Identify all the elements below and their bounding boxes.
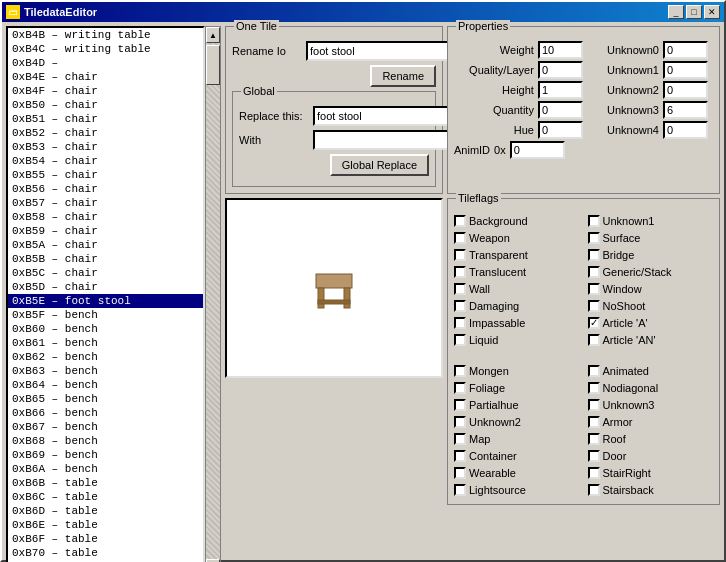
flag-checkbox-impassable[interactable] [454,317,466,329]
flag-checkbox-mongen[interactable] [454,365,466,377]
unknown1-input[interactable] [663,61,708,79]
with-input[interactable] [313,130,459,150]
tile-preview [312,262,356,314]
scroll-thumb[interactable] [206,45,220,85]
tile-list[interactable]: 0xB4B – writing table0xB4C – writing tab… [6,26,205,562]
unknown0-input[interactable] [663,41,708,59]
list-item[interactable]: 0xB53 – chair [8,140,203,154]
list-item[interactable]: 0xB5C – chair [8,266,203,280]
flag-checkbox-surface[interactable] [588,232,600,244]
list-item[interactable]: 0xB4D – [8,56,203,70]
flag-checkbox-translucent[interactable] [454,266,466,278]
flag-checkbox-door[interactable] [588,450,600,462]
list-item[interactable]: 0xB6B – table [8,476,203,490]
list-item[interactable]: 0xB4E – chair [8,70,203,84]
flag-checkbox-background[interactable] [454,215,466,227]
list-item[interactable]: 0xB52 – chair [8,126,203,140]
list-item[interactable]: 0xB63 – bench [8,364,203,378]
list-item[interactable]: 0xB60 – bench [8,322,203,336]
list-item[interactable]: 0xB5A – chair [8,238,203,252]
flag-checkbox-window[interactable] [588,283,600,295]
list-item[interactable]: 0xB59 – chair [8,224,203,238]
flag-checkbox-map[interactable] [454,433,466,445]
list-item[interactable]: 0xB65 – bench [8,392,203,406]
flag-checkbox-unknown2[interactable] [454,416,466,428]
list-item[interactable]: 0xB5B – chair [8,252,203,266]
replace-input[interactable] [313,106,459,126]
quantity-input[interactable] [538,101,583,119]
flag-item-container: Container [454,448,580,464]
flag-checkbox-animated[interactable] [588,365,600,377]
title-bar: 🗃 TiledataEditor _ □ ✕ [2,2,724,22]
global-replace-button[interactable]: Global Replace [330,154,429,176]
list-item[interactable]: 0xB57 – chair [8,196,203,210]
flag-checkbox-noshoot[interactable] [588,300,600,312]
list-item[interactable]: 0xB68 – bench [8,434,203,448]
list-item[interactable]: 0xB62 – bench [8,350,203,364]
flag-checkbox-damaging[interactable] [454,300,466,312]
svg-rect-2 [344,288,350,308]
scroll-track[interactable] [206,43,220,559]
list-item[interactable]: 0xB4F – chair [8,84,203,98]
flag-checkbox-unknown1[interactable] [588,215,600,227]
list-item[interactable]: 0xB4C – writing table [8,42,203,56]
quality-input[interactable] [538,61,583,79]
maximize-button[interactable]: □ [686,5,702,19]
height-input[interactable] [538,81,583,99]
flag-checkbox-transparent[interactable] [454,249,466,261]
flag-checkbox-lightsource[interactable] [454,484,466,496]
flag-checkbox-genericstack[interactable] [588,266,600,278]
list-item[interactable]: 0xB6A – bench [8,462,203,476]
flag-checkbox-stairsback[interactable] [588,484,600,496]
list-item[interactable]: 0xB6E – table [8,518,203,532]
flag-checkbox-articlea[interactable] [588,317,600,329]
list-item[interactable]: 0xB54 – chair [8,154,203,168]
list-item[interactable]: 0xB58 – chair [8,210,203,224]
flag-checkbox-partialhue[interactable] [454,399,466,411]
list-item[interactable]: 0xB69 – bench [8,448,203,462]
flag-checkbox-wall[interactable] [454,283,466,295]
rename-io-input[interactable] [306,41,452,61]
list-item[interactable]: 0xB50 – chair [8,98,203,112]
minimize-button[interactable]: _ [668,5,684,19]
flag-checkbox-articlean[interactable] [588,334,600,346]
list-item[interactable]: 0xB6F – table [8,532,203,546]
animid-input[interactable] [510,141,565,159]
flag-checkbox-bridge[interactable] [588,249,600,261]
rename-button[interactable]: Rename [370,65,436,87]
list-item[interactable]: 0xB70 – table [8,546,203,560]
hue-input[interactable] [538,121,583,139]
global-label: Global [241,85,277,97]
list-item[interactable]: 0xB51 – chair [8,112,203,126]
unknown2-input[interactable] [663,81,708,99]
list-item[interactable]: 0xB5E – foot stool [8,294,203,308]
list-item[interactable]: 0xB5F – bench [8,308,203,322]
list-item[interactable]: 0xB61 – bench [8,336,203,350]
close-button[interactable]: ✕ [704,5,720,19]
unknown4-input[interactable] [663,121,708,139]
unknown3-input[interactable] [663,101,708,119]
flag-checkbox-stairright[interactable] [588,467,600,479]
list-item[interactable]: 0xB5D – chair [8,280,203,294]
flag-checkbox-liquid[interactable] [454,334,466,346]
list-item[interactable]: 0xB4B – writing table [8,28,203,42]
weight-input[interactable] [538,41,583,59]
list-item[interactable]: 0xB66 – bench [8,406,203,420]
scroll-up-button[interactable]: ▲ [206,27,220,43]
list-item[interactable]: 0xB6D – table [8,504,203,518]
flag-checkbox-nodiagonal[interactable] [588,382,600,394]
flag-checkbox-foliage[interactable] [454,382,466,394]
flag-checkbox-armor[interactable] [588,416,600,428]
flag-checkbox-unknown3[interactable] [588,399,600,411]
flag-checkbox-roof[interactable] [588,433,600,445]
list-item[interactable]: 0xB67 – bench [8,420,203,434]
flag-checkbox-wearable[interactable] [454,467,466,479]
list-item[interactable]: 0xB55 – chair [8,168,203,182]
flag-checkbox-weapon[interactable] [454,232,466,244]
list-item[interactable]: 0xB6C – table [8,490,203,504]
list-item[interactable]: 0xB64 – bench [8,378,203,392]
flag-label-liquid: Liquid [469,334,498,346]
list-item[interactable]: 0xB56 – chair [8,182,203,196]
flag-checkbox-container[interactable] [454,450,466,462]
flag-label-nodiagonal: Nodiagonal [603,382,659,394]
